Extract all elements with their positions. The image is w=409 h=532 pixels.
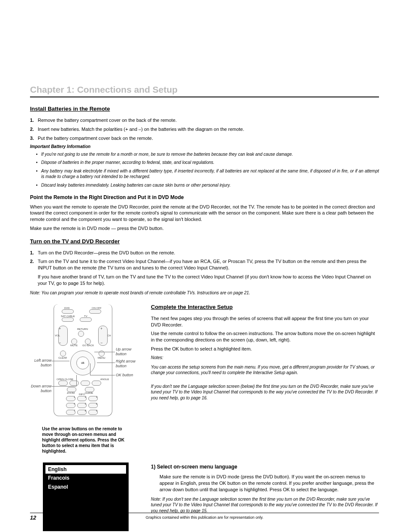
body-text: When you want the remote to operate the … bbox=[30, 204, 379, 223]
list-item: 2.Turn on the TV and tune it to the corr… bbox=[30, 258, 379, 271]
remote-label-menu: MENU bbox=[98, 357, 105, 359]
remote-label-vol: VOL bbox=[55, 334, 60, 337]
list-item: Any battery may leak electrolyte if mixe… bbox=[36, 168, 379, 180]
chapter-title: Chapter 1: Connections and Setup bbox=[30, 84, 379, 97]
section-interactive-setup-title: Complete the Interactive Setup bbox=[151, 303, 379, 311]
list-item: 2.Insert new batteries. Match the polari… bbox=[30, 126, 379, 133]
install-steps: 1.Remove the battery compartment cover o… bbox=[30, 117, 379, 142]
remote-button bbox=[58, 381, 68, 386]
remote-caption: Use the arrow buttons on the remote to m… bbox=[30, 426, 141, 454]
list-item: Discard leaky batteries immediately. Lea… bbox=[36, 182, 379, 188]
note-text: You can access the setup screens from th… bbox=[151, 364, 379, 376]
body-text: Press the OK button to select a highligh… bbox=[151, 346, 379, 352]
remote-label-guide: GUIDE bbox=[85, 392, 93, 394]
remote-button bbox=[60, 351, 66, 357]
body-text: Use the remote control to follow the on-… bbox=[151, 330, 379, 343]
footer-text: Graphics contained within this publicati… bbox=[30, 515, 379, 520]
remote-button bbox=[78, 331, 84, 337]
note-text: If you don't see the Language selection … bbox=[151, 384, 379, 401]
battery-info-bullets: If you're not going to use the remote fo… bbox=[36, 151, 379, 188]
remote-button bbox=[62, 309, 74, 314]
callout-left-arrow: Left arrow button bbox=[30, 358, 51, 367]
remote-button bbox=[92, 381, 101, 386]
turn-on-steps: 1.Turn on the DVD Recorder—press the DVD… bbox=[30, 250, 379, 272]
remote-button bbox=[89, 309, 101, 314]
page-footer: 12 Graphics contained within this public… bbox=[30, 513, 379, 520]
body-text: Make sure the remote is in DVD mode — pr… bbox=[30, 225, 379, 232]
remote-label-goback: GO BACK bbox=[82, 344, 94, 347]
callout-right-arrow: Right arrow button bbox=[116, 359, 141, 368]
callout-down-arrow: Down arrow button bbox=[30, 384, 51, 393]
body-text: The next few pages step you through the … bbox=[151, 315, 379, 328]
remote-label-zoom: ZOOM bbox=[67, 392, 75, 394]
body-text: If you have another brand of TV, turn on… bbox=[38, 274, 379, 287]
section-turn-on-title: Turn on the TV and DVD Recorder bbox=[30, 238, 379, 245]
remote-button bbox=[71, 339, 77, 345]
remote-outline: DVD ON·OFF SAT·CABLE TV + − + − VOL bbox=[54, 304, 112, 416]
language-option: Espanol bbox=[45, 483, 126, 491]
list-item: 1.Remove the battery compartment cover o… bbox=[30, 117, 379, 124]
note-text: Note: You can program your remote to ope… bbox=[30, 290, 379, 296]
step-select-language-title: 1) Select on-screen menu language bbox=[151, 463, 379, 470]
step-text: Insert new batteries. Match the polariti… bbox=[38, 127, 244, 132]
callout-up-arrow: Up arrow button bbox=[116, 347, 141, 356]
remote-label-angle: ANGLE bbox=[100, 378, 109, 381]
list-item: If you're not going to use the remote fo… bbox=[36, 151, 379, 157]
remote-label-mute: MUTE bbox=[70, 344, 78, 347]
body-text: Make sure the remote is in DVD mode (pre… bbox=[159, 474, 379, 493]
interactive-setup-column: Complete the Interactive Setup The next … bbox=[151, 303, 379, 531]
notes-label: Notes: bbox=[151, 355, 379, 361]
remote-label-ch: CH bbox=[107, 334, 111, 337]
remote-label-return: RETURN bbox=[77, 328, 88, 330]
remote-figure: DVD ON·OFF SAT·CABLE TV + − + − VOL bbox=[30, 303, 141, 423]
language-option-selected: English bbox=[45, 465, 126, 474]
remote-button bbox=[80, 317, 92, 322]
remote-ch-rocker bbox=[98, 326, 108, 346]
remote-button bbox=[81, 381, 90, 386]
step-text: Put the battery compartment cover back o… bbox=[38, 136, 153, 141]
section-install-batteries-title: Install Batteries in the Remote bbox=[30, 105, 379, 113]
remote-button bbox=[69, 381, 79, 386]
list-item: Dispose of batteries in the proper manne… bbox=[36, 160, 379, 166]
remote-button bbox=[62, 317, 74, 322]
language-option: Francois bbox=[45, 474, 126, 482]
two-column-area: DVD ON·OFF SAT·CABLE TV + − + − VOL bbox=[30, 303, 379, 531]
language-select-screen: English Francois Espanol bbox=[43, 462, 129, 531]
step-text: Turn on the TV and tune it to the correc… bbox=[38, 259, 367, 270]
battery-info-title: Important Battery Information bbox=[30, 144, 379, 150]
callout-ok: OK button bbox=[116, 373, 141, 377]
remote-label-clear: CLEAR bbox=[58, 357, 67, 359]
page: Chapter 1: Connections and Setup Install… bbox=[0, 0, 409, 532]
remote-label-info: INFO bbox=[79, 393, 85, 396]
remote-button bbox=[85, 339, 91, 345]
list-item: 1.Turn on the DVD Recorder—press the DVD… bbox=[30, 250, 379, 256]
step-text: Turn on the DVD Recorder—press the DVD b… bbox=[38, 250, 175, 255]
remote-column: DVD ON·OFF SAT·CABLE TV + − + − VOL bbox=[30, 303, 141, 531]
step-text: Remove the battery compartment cover on … bbox=[38, 118, 177, 123]
list-item: 3.Put the battery compartment cover back… bbox=[30, 135, 379, 142]
note-text: Note: If you don't see the Language sele… bbox=[151, 496, 379, 514]
page-number: 12 bbox=[30, 514, 36, 522]
section-point-remote-title: Point the Remote in the Right Direction … bbox=[30, 194, 379, 201]
